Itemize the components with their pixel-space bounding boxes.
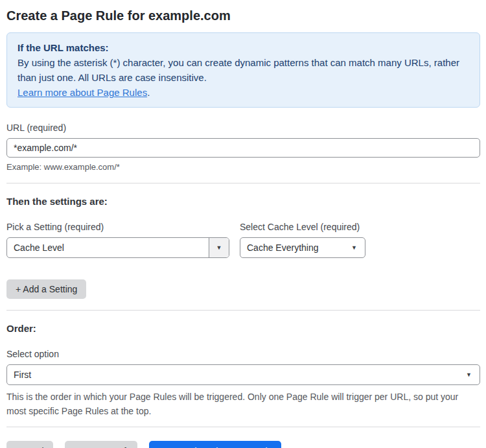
cache-level-picker-label: Select Cache Level (required) [240,222,365,232]
url-match-info-box: If the URL matches: By using the asteris… [6,32,480,108]
settings-section-heading: Then the settings are: [6,196,480,207]
save-as-draft-button[interactable]: Save as Draft [65,441,138,448]
dropdown-arrow-icon: ▼ [216,245,222,251]
url-field-label: URL (required) [6,123,480,133]
setting-picker-label: Pick a Setting (required) [6,222,229,232]
info-box-link-line: Learn more about Page Rules. [17,85,469,100]
divider [6,183,480,183]
save-and-deploy-button[interactable]: Save and Deploy Page Rule [149,441,281,448]
order-value: First [7,370,466,380]
order-dropdown[interactable]: First ▼ [6,364,480,385]
url-example-hint: Example: www.example.com/* [6,162,480,172]
cancel-button[interactable]: Cancel [6,441,53,448]
page-rule-form: Create a Page Rule for example.com If th… [0,0,486,448]
cache-level-dropdown[interactable]: Cache Everything ▼ [240,237,365,258]
order-description: This is the order in which your Page Rul… [6,390,473,418]
url-input[interactable] [6,138,480,158]
order-section-heading: Order: [6,323,480,334]
footer-actions: Cancel Save as Draft Save and Deploy Pag… [6,441,480,448]
dropdown-arrow-wrap: ▼ [466,372,480,378]
link-suffix: . [147,87,150,98]
setting-picker-dropdown[interactable]: Cache Level ▼ [6,237,229,258]
divider [6,310,480,311]
settings-row: Pick a Setting (required) Cache Level ▼ … [6,207,480,258]
divider [6,427,480,427]
setting-picker-value: Cache Level [7,242,209,253]
setting-picker-group: Pick a Setting (required) Cache Level ▼ [6,207,229,258]
add-setting-button[interactable]: + Add a Setting [6,279,86,299]
dropdown-arrow-button[interactable]: ▼ [209,238,229,257]
dropdown-arrow-icon: ▼ [351,245,357,251]
info-box-body: By using the asterisk (*) character, you… [17,55,469,85]
cache-level-picker-group: Select Cache Level (required) Cache Ever… [240,207,365,258]
cache-level-value: Cache Everything [240,242,351,253]
dropdown-arrow-icon: ▼ [466,372,472,378]
learn-more-link[interactable]: Learn more about Page Rules [17,87,147,98]
order-select-label: Select option [6,349,480,359]
dropdown-arrow-wrap: ▼ [351,245,365,251]
page-title: Create a Page Rule for example.com [6,8,480,23]
info-box-heading: If the URL matches: [17,40,469,55]
